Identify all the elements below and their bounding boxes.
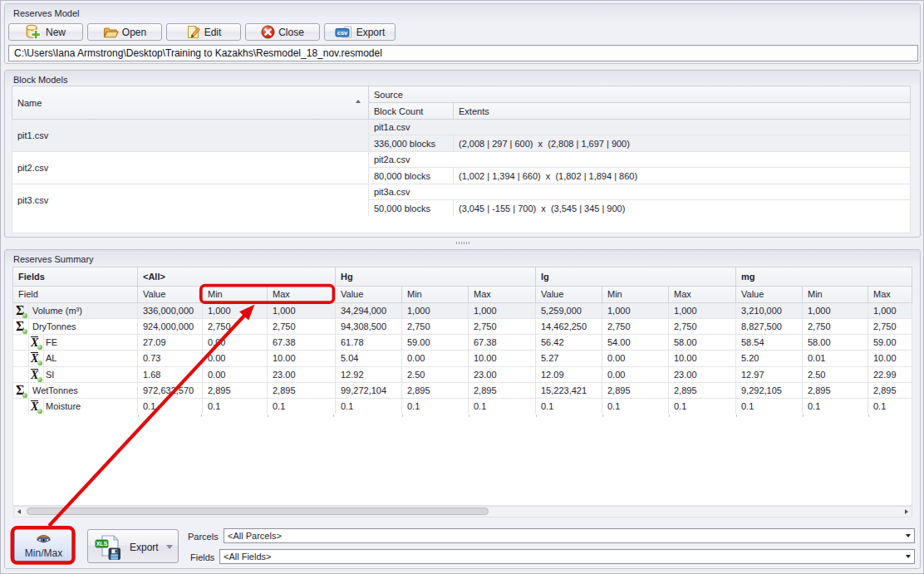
svg-text:csv: csv — [337, 29, 347, 37]
svg-text:XLS: XLS — [96, 541, 108, 547]
